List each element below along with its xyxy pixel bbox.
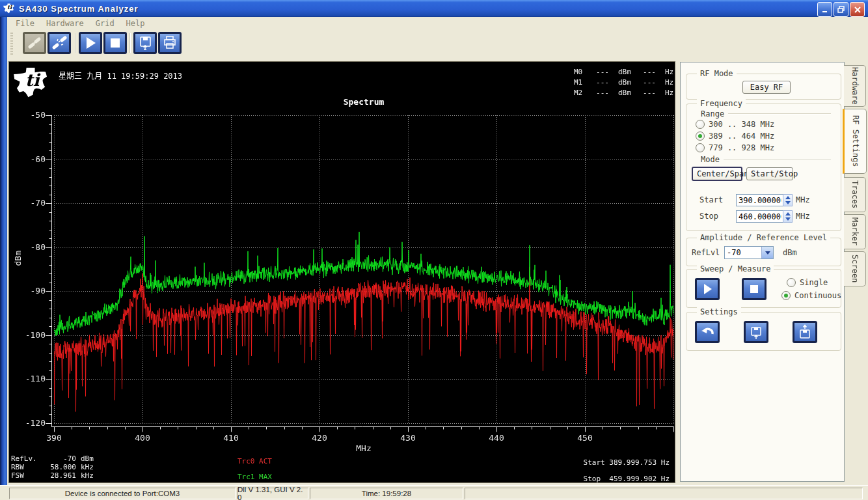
tab-rf-settings[interactable]: RF Settings [843, 109, 867, 174]
marker-readout: M0 --- dBm --- Hz M1 --- dBm --- Hz M2 -… [574, 66, 685, 98]
menu-help[interactable]: Help [120, 18, 151, 29]
rf-mode-group: RF Mode Easy RF [686, 74, 841, 100]
svg-text:ti: ti [25, 70, 41, 90]
window-title: SA430 Spectrum Analyzer [19, 4, 139, 14]
reflvl-dropdown[interactable]: -70 [724, 246, 774, 259]
stop-unit: MHz [796, 212, 810, 221]
load-settings-icon [797, 324, 813, 340]
disconnect-button[interactable] [47, 32, 71, 54]
minimize-button[interactable] [817, 2, 832, 17]
play-icon [701, 283, 714, 296]
start-frequency-input[interactable] [736, 194, 784, 206]
single-radio[interactable]: Single [787, 278, 828, 287]
window-left-border [0, 17, 7, 500]
status-time: Time: 19:59:28 [310, 488, 463, 499]
y-tick-label: -50 [17, 110, 46, 120]
y-tick-label: -90 [17, 286, 46, 296]
disconnect-icon [51, 35, 67, 51]
connect-button[interactable] [23, 32, 46, 54]
title-bar[interactable]: ti SA430 Spectrum Analyzer [0, 0, 868, 17]
status-version: Dll V 1.31, GUI V 2. 0 [237, 488, 308, 499]
x-tick-label: 410 [211, 433, 251, 443]
plot-datetime: 星期三 九月 11 19:59:29 2013 [59, 70, 182, 81]
y-tick-label: -120 [17, 418, 46, 428]
tab-marker[interactable]: Marker [844, 214, 866, 249]
start-frequency-spinner[interactable] [783, 194, 793, 206]
continuous-radio[interactable]: Continuous [781, 291, 841, 300]
range-label: Range [701, 109, 724, 118]
marker-row: M2 --- dBm --- Hz [574, 87, 685, 98]
tab-hardware[interactable]: Hardware [844, 65, 866, 107]
menu-hardware[interactable]: Hardware [40, 18, 90, 29]
status-empty [465, 488, 863, 499]
sweep-group: Sweep / Measure Single Continuous [686, 269, 841, 308]
start-stop-readout: Start 389.999.753 HzStop 459.999.902 Hz [584, 454, 670, 487]
reflvl-unit: dBm [783, 248, 797, 257]
x-axis-label: MHz [54, 443, 673, 453]
settings-group: Settings [686, 312, 841, 351]
start-stop-button[interactable]: Start/Stop [746, 167, 793, 180]
x-tick-label: 440 [477, 433, 516, 443]
sweep-start-button[interactable] [695, 278, 720, 300]
menu-bar: File Hardware Grid Help [7, 17, 868, 30]
tab-screen[interactable]: Screen [844, 251, 866, 286]
print-icon [162, 35, 178, 51]
save-settings-button[interactable] [744, 321, 768, 343]
x-tick-label: 450 [565, 433, 604, 443]
sweep-stop-button[interactable] [742, 278, 766, 300]
y-tick-label: -70 [17, 198, 46, 208]
status-device: Device is connected to Port:COM3 [9, 488, 236, 499]
close-button[interactable] [850, 2, 865, 17]
restore-button[interactable] [834, 2, 848, 17]
restore-settings-button[interactable] [695, 321, 720, 343]
y-tick-label: -100 [17, 330, 46, 340]
save-settings-icon [748, 324, 764, 340]
rf-settings-page: RF Mode Easy RF Frequency Range 300 .. 3… [680, 62, 845, 482]
stop-icon [108, 36, 122, 50]
play-icon [83, 36, 98, 50]
tab-traces[interactable]: Traces [844, 177, 866, 212]
y-tick-label: -80 [17, 242, 46, 252]
mode-label: Mode [701, 155, 720, 164]
frequency-group: Frequency Range 300 .. 348 MHz 389 .. 46… [686, 104, 841, 231]
x-tick-label: 400 [123, 433, 162, 443]
marker-row: M1 --- dBm --- Hz [574, 77, 685, 87]
x-tick-label: 420 [300, 433, 339, 443]
easy-rf-button[interactable]: Easy RF [742, 81, 791, 94]
status-bar: Device is connected to Port:COM3 Dll V 1… [0, 485, 868, 500]
stop-frequency-spinner[interactable] [783, 210, 793, 223]
start-sweep-button[interactable] [79, 32, 102, 54]
y-axis-label: dBm [13, 251, 23, 266]
print-button[interactable] [158, 32, 182, 54]
center-span-button[interactable]: Center/Span [692, 167, 742, 181]
plot-title: Spectrum [54, 97, 673, 107]
svg-text:ti: ti [7, 5, 12, 11]
connect-icon [27, 35, 42, 51]
y-tick-label: -110 [17, 374, 46, 383]
range-radio-779-928[interactable]: 779 .. 928 MHz [696, 143, 774, 152]
load-settings-button[interactable] [793, 321, 817, 343]
x-tick-label: 390 [34, 433, 74, 443]
sweep-readout: RefLv.-70dBm RBW58.000kHz FSW28.961kHz [11, 454, 104, 480]
x-tick-label: 430 [388, 433, 427, 443]
ti-logo: ti [13, 67, 49, 98]
trace1-tag: Trc1 MAX [237, 473, 272, 481]
stop-label: Stop [699, 212, 718, 221]
menu-grid[interactable]: Grid [90, 18, 120, 29]
menu-file[interactable]: File [10, 18, 40, 29]
toolbar [7, 30, 868, 59]
save-button[interactable] [133, 32, 157, 54]
spectrum-plot: ti 星期三 九月 11 19:59:29 2013 Spectrum M0 -… [9, 62, 675, 482]
start-unit: MHz [796, 195, 810, 204]
undo-arrow-icon [699, 324, 715, 340]
start-label: Start [699, 195, 723, 204]
dropdown-arrow-icon[interactable] [761, 247, 773, 258]
stop-sweep-button[interactable] [103, 32, 127, 54]
range-radio-389-464[interactable]: 389 .. 464 MHz [696, 132, 774, 141]
marker-row: M0 --- dBm --- Hz [574, 66, 685, 77]
stop-icon [748, 283, 761, 296]
stop-frequency-input[interactable] [736, 210, 784, 223]
range-radio-300-348[interactable]: 300 .. 348 MHz [696, 120, 774, 129]
app-window: ti SA430 Spectrum Analyzer File Hardware… [0, 0, 868, 500]
toolbar-grip[interactable] [10, 33, 13, 56]
